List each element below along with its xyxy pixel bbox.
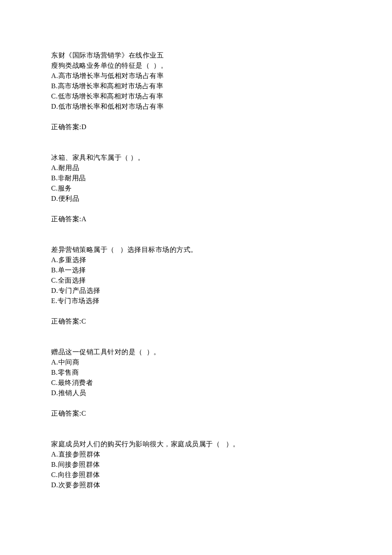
option: B.零售商	[51, 367, 341, 378]
option: D.推销人员	[51, 388, 341, 398]
blank-line	[51, 204, 341, 214]
option: A.耐用品	[51, 163, 341, 173]
option: B.单一选择	[51, 265, 341, 275]
option: D.便利品	[51, 194, 341, 204]
document-page: 东财《国际市场营销学》在线作业五 瘦狗类战略业务单位的特征是（ ）。 A.高市场…	[0, 0, 392, 490]
question-block-4: 赠品这一促销工具针对的是（ ）。 A.中间商 B.零售商 C.最终消费者 D.推…	[51, 347, 341, 419]
question-stem: 冰箱、家具和汽车属于（ ）。	[51, 153, 341, 163]
option: C.向往参照群体	[51, 470, 341, 480]
option: C.低市场增长率和高相对市场占有率	[51, 91, 341, 101]
option: E.专门市场选择	[51, 296, 341, 306]
blank-line	[51, 306, 341, 316]
option: B.间接参照群体	[51, 460, 341, 470]
question-block-5: 家庭成员对人们的购买行为影响很大，家庭成员属于（ ）。 A.直接参照群体 B.间…	[51, 439, 341, 490]
blank-line	[51, 112, 341, 122]
answer: 正确答案:A	[51, 214, 341, 224]
option: A.中间商	[51, 357, 341, 367]
question-block-2: 冰箱、家具和汽车属于（ ）。 A.耐用品 B.非耐用品 C.服务 D.便利品 正…	[51, 153, 341, 224]
option: A.多重选择	[51, 255, 341, 265]
question-stem: 差异营销策略属于（ ）选择目标市场的方式。	[51, 245, 341, 255]
answer: 正确答案:C	[51, 316, 341, 327]
option: A.直接参照群体	[51, 449, 341, 460]
option: B.非耐用品	[51, 173, 341, 183]
option: D.低市场增长率和低相对市场占有率	[51, 101, 341, 112]
question-stem: 赠品这一促销工具针对的是（ ）。	[51, 347, 341, 357]
question-block-3: 差异营销策略属于（ ）选择目标市场的方式。 A.多重选择 B.单一选择 C.全面…	[51, 245, 341, 327]
blank-line	[51, 398, 341, 408]
answer: 正确答案:D	[51, 122, 341, 132]
option: D.专门产品选择	[51, 286, 341, 296]
option: C.全面选择	[51, 275, 341, 286]
question-stem: 家庭成员对人们的购买行为影响很大，家庭成员属于（ ）。	[51, 439, 341, 449]
question-block-1: 东财《国际市场营销学》在线作业五 瘦狗类战略业务单位的特征是（ ）。 A.高市场…	[51, 50, 341, 132]
document-title: 东财《国际市场营销学》在线作业五	[51, 50, 341, 61]
answer: 正确答案:C	[51, 408, 341, 419]
option: D.次要参照群体	[51, 480, 341, 490]
option: A.高市场增长率与低相对市场占有率	[51, 71, 341, 81]
option: C.最终消费者	[51, 378, 341, 388]
option: C.服务	[51, 183, 341, 194]
question-stem: 瘦狗类战略业务单位的特征是（ ）。	[51, 61, 341, 71]
option: B.高市场增长率和高相对市场占有率	[51, 81, 341, 91]
